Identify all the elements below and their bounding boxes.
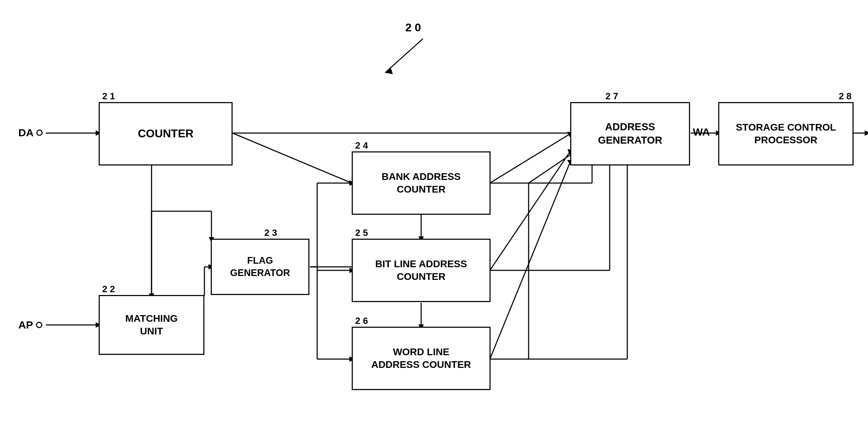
- ap-circle: [36, 322, 42, 328]
- ref-21: 2 1: [102, 91, 115, 102]
- ref-25: 2 5: [355, 227, 368, 238]
- address-generator-block: ADDRESSGENERATOR: [570, 102, 690, 165]
- da-terminal: DA: [18, 127, 43, 139]
- ref-22: 2 2: [102, 284, 115, 295]
- wa-label: WA: [693, 126, 710, 138]
- ref-27: 2 7: [605, 91, 618, 102]
- diagram: 2 0: [0, 0, 868, 439]
- ref-28: 2 8: [839, 91, 851, 102]
- ref-26: 2 6: [355, 315, 368, 326]
- counter-block: COUNTER: [99, 102, 233, 165]
- svg-line-0: [388, 39, 423, 70]
- svg-line-31: [490, 134, 570, 183]
- bit-line-address-counter-block: BIT LINE ADDRESSCOUNTER: [352, 239, 491, 302]
- svg-line-41: [529, 155, 570, 183]
- svg-line-35: [490, 162, 570, 359]
- flag-generator-block: FLAGGENERATOR: [211, 239, 309, 295]
- svg-marker-1: [385, 68, 393, 74]
- ref-23: 2 3: [264, 227, 277, 238]
- ref-24: 2 4: [355, 140, 368, 151]
- bank-address-counter-block: BANK ADDRESSCOUNTER: [352, 151, 491, 215]
- word-line-address-counter-block: WORD LINEADDRESS COUNTER: [352, 327, 491, 390]
- svg-marker-54: [865, 131, 868, 136]
- svg-line-33: [490, 151, 570, 270]
- da-circle: [36, 130, 43, 136]
- ap-terminal: AP: [18, 319, 42, 331]
- matching-unit-block: MATCHINGUNIT: [99, 295, 204, 355]
- storage-control-processor-block: STORAGE CONTROLPROCESSOR: [718, 102, 854, 165]
- svg-line-6: [233, 133, 352, 183]
